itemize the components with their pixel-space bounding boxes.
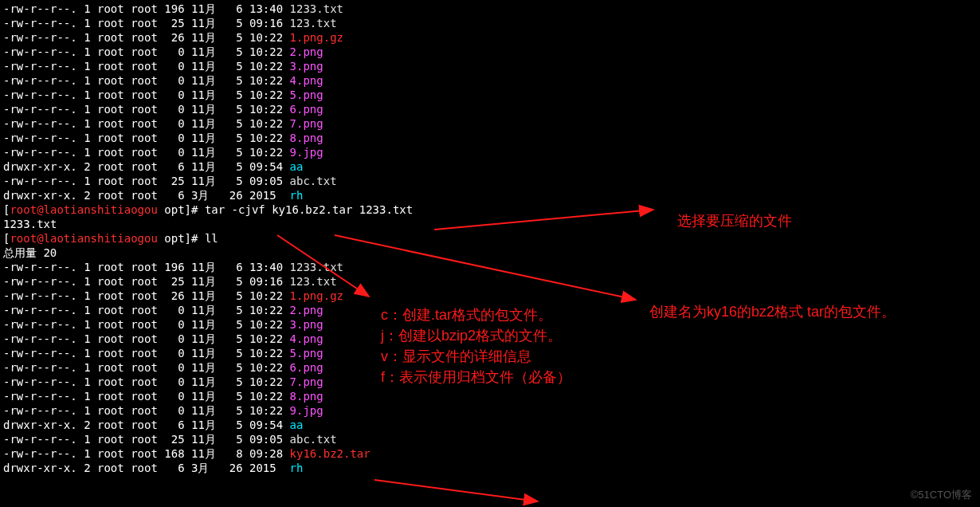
annotation-select-file: 选择要压缩的文件: [677, 210, 792, 231]
file-row: -rw-r--r--. 1 root root 0 11月 5 10:22 9.…: [3, 145, 977, 159]
file-row: -rw-r--r--. 1 root root 0 11月 5 10:22 7.…: [3, 116, 977, 131]
file-row: -rw-r--r--. 1 root root 0 11月 5 10:22 6.…: [3, 102, 977, 116]
file-row: -rw-r--r--. 1 root root 25 11月 5 09:16 1…: [3, 16, 977, 30]
file-row: -rw-r--r--. 1 root root 0 11月 5 10:22 2.…: [3, 45, 977, 59]
total-line: 总用量 20: [3, 246, 977, 260]
file-row: drwxr-xr-x. 2 root root 6 11月 5 09:54 aa: [3, 418, 977, 432]
annotation-flags: c：创建.tar格式的包文件。j：创建以bzip2格式的文件。v：显示文件的详细…: [381, 305, 571, 387]
file-row: -rw-r--r--. 1 root root 0 11月 5 10:22 4.…: [3, 73, 977, 88]
file-row: -rw-r--r--. 1 root root 0 11月 5 10:22 8.…: [3, 389, 977, 403]
annotation-create-archive: 创建名为ky16的bz2格式 tar的包文件。: [649, 301, 960, 322]
file-row: -rw-r--r--. 1 root root 26 11月 5 10:22 1…: [3, 30, 977, 45]
file-row: drwxr-xr-x. 2 root root 6 3月 26 2015 rh: [3, 188, 977, 202]
file-row: -rw-r--r--. 1 root root 0 11月 5 10:22 8.…: [3, 131, 977, 145]
prompt-line[interactable]: [root@laotianshitiaogou opt]# tar -cjvf …: [3, 202, 977, 217]
file-row: drwxr-xr-x. 2 root root 6 11月 5 09:54 aa: [3, 159, 977, 174]
file-row: -rw-r--r--. 1 root root 168 11月 8 09:28 …: [3, 446, 977, 461]
file-row: -rw-r--r--. 1 root root 0 11月 5 10:22 3.…: [3, 59, 977, 73]
file-row: drwxr-xr-x. 2 root root 6 3月 26 2015 rh: [3, 461, 977, 475]
file-row: -rw-r--r--. 1 root root 25 11月 5 09:05 a…: [3, 432, 977, 446]
svg-line-4: [374, 480, 538, 501]
file-row: -rw-r--r--. 1 root root 0 11月 5 10:22 9.…: [3, 403, 977, 418]
file-row: -rw-r--r--. 1 root root 196 11月 6 13:40 …: [3, 2, 977, 16]
file-row: -rw-r--r--. 1 root root 0 11月 5 10:22 5.…: [3, 88, 977, 102]
terminal-output[interactable]: -rw-r--r--. 1 root root 196 11月 6 13:40 …: [0, 0, 980, 477]
file-row: -rw-r--r--. 1 root root 25 11月 5 09:05 a…: [3, 174, 977, 188]
file-row: -rw-r--r--. 1 root root 25 11月 5 09:16 1…: [3, 274, 977, 289]
prompt-line[interactable]: [root@laotianshitiaogou opt]# ll: [3, 231, 977, 246]
watermark: ©51CTO博客: [911, 488, 972, 502]
cmd-output: 1233.txt: [3, 217, 977, 231]
file-row: -rw-r--r--. 1 root root 196 11月 6 13:40 …: [3, 260, 977, 274]
